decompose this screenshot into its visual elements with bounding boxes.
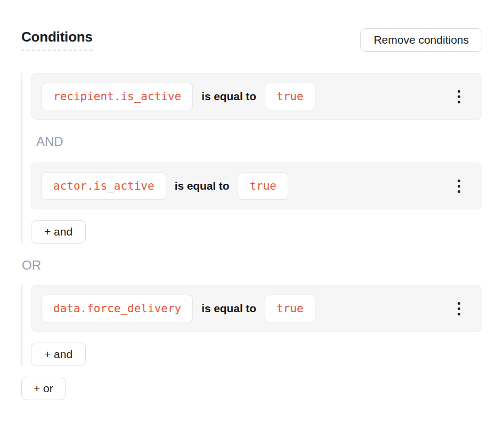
conditions-panel: Conditions Remove conditions recipient.i… bbox=[0, 0, 504, 422]
condition-row: actor.is_active is equal to true bbox=[31, 163, 482, 209]
kebab-menu-icon[interactable] bbox=[453, 176, 465, 196]
condition-row: recipient.is_active is equal to true bbox=[31, 73, 482, 120]
kebab-menu-icon[interactable] bbox=[453, 87, 465, 107]
operator-label: is equal to bbox=[175, 180, 230, 192]
or-joiner-label: OR bbox=[22, 257, 482, 273]
add-and-button[interactable]: + and bbox=[31, 343, 86, 366]
condition-group: data.force_delivery is equal to true + a… bbox=[21, 285, 482, 366]
add-or-button[interactable]: + or bbox=[21, 377, 66, 400]
operator-label: is equal to bbox=[201, 90, 256, 103]
kebab-menu-icon[interactable] bbox=[453, 299, 465, 319]
header: Conditions Remove conditions bbox=[21, 28, 482, 52]
value-chip[interactable]: true bbox=[238, 172, 288, 200]
and-joiner-label: AND bbox=[36, 134, 482, 150]
variable-chip[interactable]: actor.is_active bbox=[42, 172, 166, 200]
add-and-button[interactable]: + and bbox=[31, 220, 86, 244]
variable-chip[interactable]: data.force_delivery bbox=[42, 295, 193, 322]
condition-group: recipient.is_active is equal to true AND… bbox=[21, 73, 482, 244]
value-chip[interactable]: true bbox=[265, 295, 315, 322]
page-title: Conditions bbox=[21, 28, 93, 51]
variable-chip[interactable]: recipient.is_active bbox=[42, 83, 193, 110]
value-chip[interactable]: true bbox=[265, 83, 315, 110]
condition-row: data.force_delivery is equal to true bbox=[31, 285, 482, 332]
operator-label: is equal to bbox=[201, 302, 256, 315]
remove-conditions-button[interactable]: Remove conditions bbox=[360, 28, 482, 52]
